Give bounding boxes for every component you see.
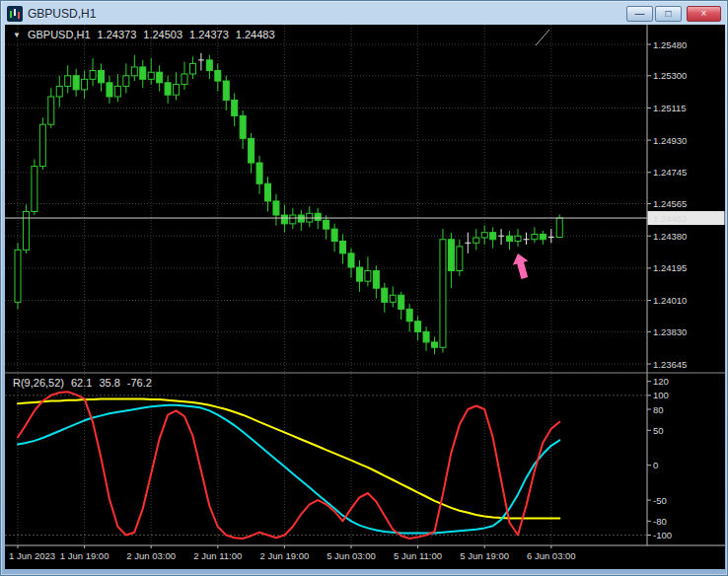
window-controls: — □ × (626, 6, 721, 22)
candle-body (65, 76, 71, 87)
candle-body (32, 167, 37, 212)
time-tick-label: 6 Jun 03:00 (527, 550, 576, 561)
indicator-tick-label: -100 (653, 530, 672, 540)
candle-body (114, 86, 120, 97)
candle-body (515, 236, 521, 241)
time-tick-label: 5 Jun 11:00 (394, 550, 442, 561)
app-icon[interactable] (7, 6, 23, 22)
price-tick-label: 1.25300 (653, 70, 687, 81)
candle-body (415, 322, 421, 332)
candle-body (324, 220, 329, 229)
candle-body (215, 70, 221, 81)
time-tick-label: 2 Jun 11:00 (193, 550, 242, 561)
chart-background (5, 25, 725, 569)
price-tick-label: 1.25115 (653, 103, 687, 113)
indicator-tick-label: -80 (653, 516, 667, 527)
candle-body (249, 138, 255, 163)
indicator-tick-label: 120 (653, 376, 669, 387)
candle-body (490, 233, 496, 240)
time-tick-label: 1 Jun 19:00 (60, 550, 109, 561)
candle-body (23, 212, 29, 251)
chart-window: GBPUSD,H1 — □ × 1.254801.253001.251151.2… (0, 0, 728, 576)
price-tick-label: 1.24010 (653, 295, 687, 306)
candle-body (256, 163, 262, 183)
candle-body (423, 331, 429, 342)
candle-body (182, 74, 187, 85)
candle-body (473, 238, 479, 243)
candle-body (82, 79, 88, 90)
candle-body (240, 115, 246, 138)
candle-body (48, 97, 54, 124)
candle-body (556, 218, 562, 237)
window-title: GBPUSD,H1 (28, 7, 96, 21)
candle-body (123, 76, 129, 87)
candle-body (382, 288, 388, 302)
time-tick-label: 5 Jun 19:00 (460, 550, 509, 561)
candle-body (265, 183, 271, 201)
price-tick-label: 1.23830 (653, 326, 687, 337)
candle-body (174, 85, 180, 96)
time-tick-label: 2 Jun 19:00 (260, 550, 310, 561)
candle-body (390, 295, 396, 302)
candle-body (356, 267, 362, 281)
candle-body (315, 213, 321, 220)
candle-body (223, 81, 229, 100)
candle-body (90, 70, 96, 79)
indicator-tick-label: -50 (653, 495, 667, 506)
candle-body (365, 271, 371, 282)
candle-body (373, 271, 379, 289)
candle-body (440, 240, 446, 347)
candle-body (99, 70, 105, 82)
candle-body (39, 124, 45, 166)
price-tick-label: 1.24565 (653, 198, 687, 209)
price-tick-label: 1.23645 (653, 359, 687, 370)
candle-body (481, 233, 487, 238)
candle-body (148, 72, 154, 79)
time-tick-label: 2 Jun 03:00 (126, 550, 176, 561)
candle-body (131, 67, 137, 76)
candle-body (432, 342, 438, 347)
candle-body (399, 295, 404, 309)
candle-body (232, 101, 238, 116)
price-tick-label: 1.24745 (653, 167, 687, 178)
candle-body (189, 63, 195, 74)
candle-body (540, 234, 546, 239)
candle-body (56, 86, 62, 97)
bid-price-tag-text: 1.24483 (653, 213, 687, 224)
maximize-button[interactable]: □ (655, 6, 682, 22)
candle-body (331, 229, 337, 241)
candle-body (406, 309, 412, 321)
indicator-tick-label: 100 (653, 390, 669, 400)
minimize-button[interactable]: — (626, 6, 653, 22)
candle-body (448, 240, 454, 271)
candle-body (290, 215, 296, 224)
close-button[interactable]: × (687, 6, 721, 22)
titlebar[interactable]: GBPUSD,H1 — □ × (2, 2, 726, 25)
time-tick-label: 5 Jun 03:00 (327, 550, 376, 561)
candle-body (298, 215, 304, 222)
candle-body (165, 83, 171, 95)
candle-body (457, 247, 463, 271)
time-tick-label: 1 Jun 2023 (9, 550, 55, 561)
candle-body (340, 242, 346, 253)
chart-canvas[interactable]: 1.254801.253001.251151.249301.247451.245… (5, 25, 725, 569)
candle-body (348, 253, 354, 267)
candle-body (73, 76, 79, 90)
price-tick-label: 1.24930 (653, 135, 687, 146)
chart-area[interactable]: 1.254801.253001.251151.249301.247451.245… (5, 25, 725, 569)
candle-body (15, 250, 21, 302)
price-tick-label: 1.24380 (653, 231, 687, 242)
indicator-tick-label: 0 (653, 460, 658, 470)
candle-body (273, 201, 279, 215)
candle-body (532, 234, 538, 239)
candle-body (140, 67, 146, 79)
candle-body (157, 72, 163, 83)
price-tick-label: 1.25480 (653, 39, 687, 50)
price-tick-label: 1.24195 (653, 262, 687, 273)
candle-body (206, 60, 212, 71)
indicator-tick-label: 50 (653, 425, 664, 436)
candle-body (281, 215, 287, 224)
candle-body (107, 83, 112, 97)
candle-body (507, 236, 513, 241)
indicator-tick-label: 80 (653, 404, 664, 415)
